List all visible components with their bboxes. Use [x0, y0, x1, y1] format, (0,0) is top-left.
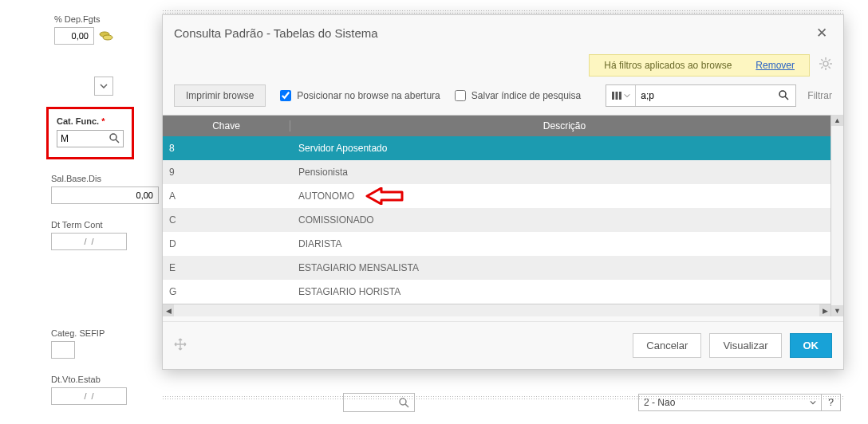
cat-func-input[interactable] — [57, 132, 105, 146]
scroll-down-icon[interactable]: ▼ — [831, 305, 843, 316]
columns-icon — [611, 91, 622, 100]
dt-vto-input[interactable] — [51, 387, 127, 405]
cell-descricao: ESTAGIARIO HORISTA — [290, 286, 831, 297]
cell-descricao: ESTAGIARIO MENSALISTA — [290, 262, 831, 273]
sal-base-field: Sal.Base.Dis — [51, 174, 153, 204]
move-icon[interactable] — [174, 338, 187, 354]
table-row[interactable]: 9Pensionista — [163, 160, 831, 184]
cat-func-input-wrap[interactable] — [57, 130, 124, 147]
cat-func-field: Cat. Func. * — [46, 107, 134, 159]
annotation-arrow-icon — [365, 187, 404, 205]
cell-chave: G — [163, 286, 290, 297]
dt-vto-field: Dt.Vto.Estab — [51, 375, 153, 405]
table-row[interactable]: CCOMISSIONADO — [163, 208, 831, 232]
svg-line-12 — [829, 67, 831, 69]
svg-point-6 — [823, 61, 828, 66]
scroll-right-icon[interactable]: ▶ — [819, 304, 831, 316]
search-group — [606, 84, 796, 107]
table-row[interactable]: 8Servidor Aposentado — [163, 136, 831, 160]
search-input[interactable] — [636, 88, 771, 103]
table-row[interactable]: GESTAGIARIO HORISTA — [163, 280, 831, 304]
sal-base-label: Sal.Base.Dis — [51, 174, 153, 183]
dep-fgts-field: % Dep.Fgts — [54, 14, 153, 45]
cell-chave: A — [163, 190, 290, 202]
horizontal-scrollbar[interactable]: ◀ ▶ — [163, 304, 831, 316]
table-row[interactable]: AAUTONOMO — [163, 184, 831, 208]
svg-rect-16 — [616, 92, 618, 100]
lookup-modal: Consulta Padrão - Tabelas do Sistema ✕ H… — [162, 14, 844, 370]
column-header-chave[interactable]: Chave — [163, 120, 290, 132]
cell-chave: E — [163, 262, 290, 273]
position-checkbox-input[interactable] — [280, 90, 291, 101]
visualizar-button[interactable]: Visualizar — [709, 333, 781, 358]
grid: Chave Descrição 8Servidor Aposentado9Pen… — [163, 115, 843, 316]
cell-descricao: AUTONOMO — [290, 187, 831, 205]
svg-line-19 — [785, 96, 788, 100]
ok-button[interactable]: OK — [790, 333, 833, 358]
dep-fgts-input[interactable] — [54, 27, 94, 45]
svg-line-14 — [829, 59, 831, 61]
cell-chave: 9 — [163, 167, 290, 178]
collapsed-dropdown[interactable] — [94, 77, 113, 96]
gear-icon[interactable] — [819, 57, 832, 73]
column-header-descricao[interactable]: Descrição — [290, 120, 831, 132]
svg-point-18 — [779, 91, 786, 97]
save-index-checkbox-input[interactable] — [455, 90, 466, 101]
modal-resize-bottom[interactable] — [162, 395, 844, 400]
view-mode-button[interactable] — [606, 85, 636, 106]
save-index-checkbox[interactable]: Salvar índice de pesquisa — [452, 88, 581, 104]
dt-term-input[interactable] — [51, 233, 127, 250]
filtrar-link[interactable]: Filtrar — [807, 90, 832, 101]
sal-base-input[interactable] — [51, 186, 159, 204]
modal-title: Consulta Padrão - Tabelas do Sistema — [174, 26, 378, 40]
svg-line-3 — [116, 139, 119, 143]
table-row[interactable]: EESTAGIARIO MENSALISTA — [163, 256, 831, 280]
cancel-button[interactable]: Cancelar — [633, 333, 701, 358]
cell-chave: D — [163, 238, 290, 249]
close-icon[interactable]: ✕ — [811, 23, 832, 43]
table-row[interactable]: DDIARISTA — [163, 232, 831, 256]
scroll-left-icon[interactable]: ◀ — [163, 304, 174, 316]
cell-descricao: COMISSIONADO — [290, 214, 831, 226]
svg-line-5 — [405, 404, 408, 407]
print-browse-button[interactable]: Imprimir browse — [174, 84, 266, 107]
chevron-down-icon — [100, 84, 108, 88]
dt-term-field: Dt Term Cont — [51, 220, 153, 250]
svg-line-13 — [821, 67, 823, 69]
categ-sefip-input[interactable] — [51, 341, 75, 359]
filter-banner-text: Há filtros aplicados ao browse — [604, 60, 732, 71]
search-icon[interactable] — [105, 132, 123, 146]
coins-icon — [99, 30, 113, 41]
background-form: % Dep.Fgts Cat. Func. * Sal.Base.Dis Dt … — [0, 0, 160, 424]
cell-chave: 8 — [163, 143, 290, 154]
chevron-down-icon — [624, 93, 630, 98]
cell-descricao: DIARISTA — [290, 238, 831, 249]
modal-footer: Cancelar Visualizar OK — [163, 321, 843, 369]
search-icon[interactable] — [771, 89, 795, 103]
svg-rect-15 — [612, 92, 614, 100]
position-checkbox[interactable]: Posicionar no browse na abertura — [277, 88, 440, 104]
categ-sefip-label: Categ. SEFIP — [51, 328, 153, 338]
filter-banner: Há filtros aplicados ao browse Remover — [589, 54, 810, 77]
save-index-checkbox-label: Salvar índice de pesquisa — [471, 90, 581, 101]
position-checkbox-label: Posicionar no browse na abertura — [297, 90, 440, 101]
dt-vto-label: Dt.Vto.Estab — [51, 375, 153, 384]
filter-remove-link[interactable]: Remover — [756, 60, 795, 71]
chevron-down-icon — [810, 400, 816, 405]
grid-header: Chave Descrição — [163, 116, 831, 136]
dt-term-label: Dt Term Cont — [51, 220, 153, 230]
scroll-up-icon[interactable]: ▲ — [831, 115, 843, 126]
svg-point-1 — [103, 35, 112, 40]
vertical-scrollbar[interactable]: ▲ ▼ — [831, 115, 843, 316]
categ-sefip-field: Categ. SEFIP — [51, 328, 153, 359]
svg-rect-17 — [619, 92, 621, 100]
cell-chave: C — [163, 214, 290, 226]
svg-line-11 — [821, 59, 823, 61]
dep-fgts-label: % Dep.Fgts — [54, 14, 153, 24]
cell-descricao: Servidor Aposentado — [290, 143, 831, 154]
cell-descricao: Pensionista — [290, 167, 831, 178]
cat-func-label: Cat. Func. * — [57, 116, 105, 126]
svg-point-2 — [110, 134, 116, 140]
